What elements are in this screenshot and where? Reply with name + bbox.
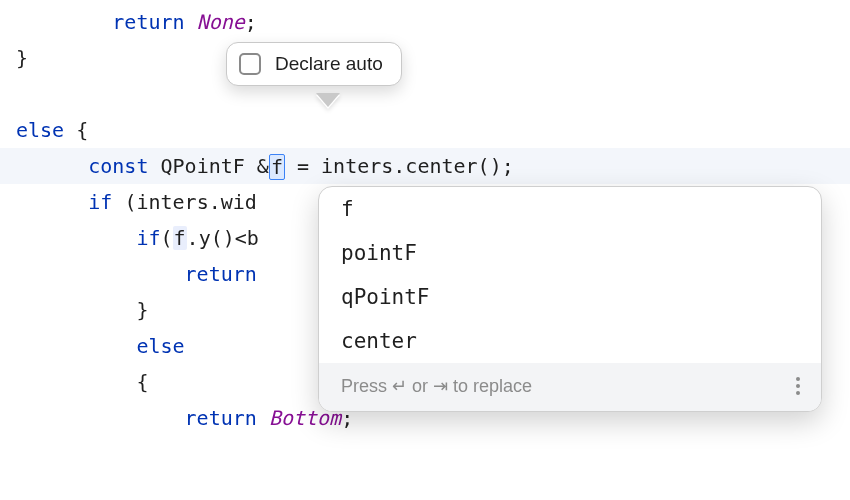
- code-line[interactable]: return None;: [0, 4, 850, 40]
- rename-target[interactable]: f: [269, 154, 285, 180]
- code-line[interactable]: }: [0, 40, 850, 76]
- code-line[interactable]: [0, 76, 850, 112]
- code-line[interactable]: else {: [0, 112, 850, 148]
- punct-semi: ;: [245, 10, 257, 34]
- type-qpointf: QPointF: [161, 154, 245, 178]
- keyword-if: if: [136, 226, 160, 250]
- punct-amp: &: [257, 154, 269, 178]
- keyword-const: const: [88, 154, 148, 178]
- var-ref-f: f: [173, 226, 187, 250]
- completion-hint: Press ↵ or ⇥ to replace: [341, 375, 532, 397]
- completion-item[interactable]: f: [319, 187, 821, 231]
- declare-auto-label: Declare auto: [275, 53, 383, 75]
- hint-text: or: [407, 376, 433, 396]
- hint-text: to replace: [448, 376, 532, 396]
- keyword-if: if: [88, 190, 112, 214]
- declare-auto-checkbox[interactable]: [239, 53, 261, 75]
- popup-arrow-icon: [316, 95, 340, 109]
- punct-brace: {: [76, 118, 88, 142]
- keyword-return: return: [185, 406, 257, 430]
- punct-brace: }: [16, 46, 28, 70]
- completion-item[interactable]: qPointF: [319, 275, 821, 319]
- completion-footer: Press ↵ or ⇥ to replace: [319, 363, 821, 411]
- code-editor[interactable]: return None; } else { const QPointF &f =…: [0, 0, 850, 500]
- expr-tail: .y()<b: [187, 226, 259, 250]
- expr: (inters.wid: [124, 190, 256, 214]
- more-options-icon[interactable]: [789, 377, 807, 395]
- keyword-else: else: [136, 334, 184, 358]
- keyword-return: return: [185, 262, 257, 286]
- keyword-return: return: [112, 10, 184, 34]
- completion-item[interactable]: center: [319, 319, 821, 363]
- keyword-else: else: [16, 118, 64, 142]
- tab-key-icon: ⇥: [433, 376, 448, 396]
- expr-tail: = inters.center();: [285, 154, 514, 178]
- punct-brace: {: [136, 370, 148, 394]
- completion-popup[interactable]: f pointF qPointF center Press ↵ or ⇥ to …: [318, 186, 822, 412]
- declare-auto-popup[interactable]: Declare auto: [226, 42, 402, 86]
- enter-key-icon: ↵: [392, 376, 407, 396]
- punct-open: (: [161, 226, 173, 250]
- completion-item[interactable]: pointF: [319, 231, 821, 275]
- hint-text: Press: [341, 376, 392, 396]
- punct-brace: }: [136, 298, 148, 322]
- literal-none: None: [197, 10, 245, 34]
- code-line-active[interactable]: const QPointF &f = inters.center();: [0, 148, 850, 184]
